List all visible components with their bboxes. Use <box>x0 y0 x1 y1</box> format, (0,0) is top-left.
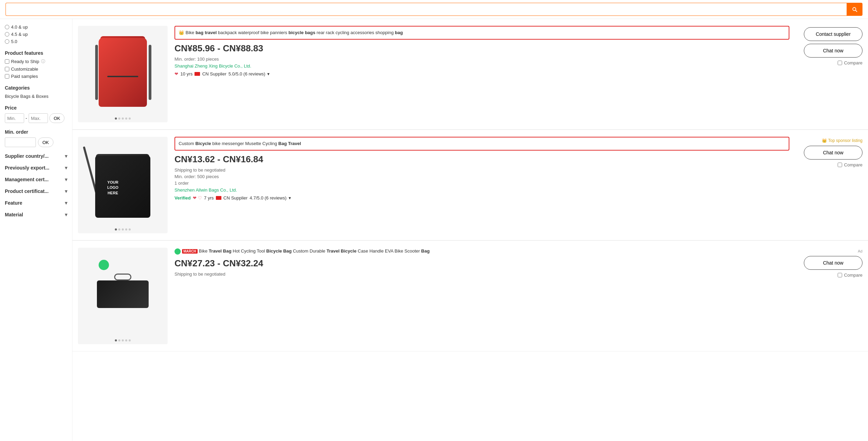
sidebar-collapsible-label-4: Feature <box>5 200 22 206</box>
image-dot-3[interactable] <box>125 339 127 341</box>
sidebar-feature-paid-samples[interactable]: Paid samples <box>5 74 67 79</box>
product-info: 👑Bike bag travel backpack waterproof bik… <box>174 26 794 122</box>
min-order-ok-button[interactable]: OK <box>38 137 53 147</box>
sidebar-collapsible-toggle-3[interactable]: Product certificat... ▾ <box>5 188 67 194</box>
rating-dropdown-icon[interactable]: ▾ <box>267 71 270 76</box>
image-dot-0[interactable] <box>115 228 117 230</box>
sidebar-collapsible-label-0: Supplier country/... <box>5 153 49 159</box>
sidebar-collapsible-toggle-5[interactable]: Material ▾ <box>5 212 67 217</box>
sidebar-collapsible-toggle-4[interactable]: Feature ▾ <box>5 200 67 206</box>
price-min-input[interactable] <box>5 113 24 123</box>
compare-label: Compare <box>844 60 862 65</box>
image-dot-4[interactable] <box>129 339 131 341</box>
sidebar-feature-customizable[interactable]: Customizable <box>5 66 67 72</box>
image-dot-1[interactable] <box>118 228 120 230</box>
sidebar-collapsible-toggle-0[interactable]: Supplier country/... ▾ <box>5 153 67 159</box>
compare-checkbox[interactable] <box>838 163 842 167</box>
main-layout: 4.0 & up 4.5 & up 5.0 Product features R… <box>0 19 868 441</box>
price-range-row: - OK <box>5 113 67 123</box>
compare-row[interactable]: Compare <box>838 162 862 167</box>
image-dots <box>115 339 131 341</box>
rating-4up-radio[interactable] <box>5 25 9 29</box>
sidebar-collapsible-3[interactable]: Product certificat... ▾ <box>5 188 67 194</box>
compare-row[interactable]: Compare <box>838 273 862 278</box>
price-max-input[interactable] <box>29 113 48 123</box>
sidebar-price-section: Price - OK <box>5 105 67 123</box>
supplier-info: Verified ❤ ♡ 7 yrs CN Supplier 4.7/5.0 (… <box>174 195 789 201</box>
min-order-input[interactable] <box>5 137 36 147</box>
product-actions: AdChat now Compare <box>794 248 862 344</box>
sidebar-collapsible-label-5: Material <box>5 212 23 217</box>
ready-to-ship-checkbox[interactable] <box>5 59 9 64</box>
product-image-wrap[interactable] <box>78 26 168 122</box>
search-button[interactable] <box>847 3 862 16</box>
image-dot-0[interactable] <box>115 339 117 341</box>
supplier-years: 10 yrs <box>180 71 192 76</box>
sidebar-collapsible-4[interactable]: Feature ▾ <box>5 200 67 206</box>
product-image-black-case <box>85 253 161 339</box>
crown-icon: 👑 <box>179 30 184 35</box>
sidebar-rating-5[interactable]: 5.0 <box>5 39 67 44</box>
chevron-down-icon: ▾ <box>65 165 67 171</box>
paid-samples-checkbox[interactable] <box>5 74 9 79</box>
product-card-0: 👑Bike bag travel backpack waterproof bik… <box>72 19 868 130</box>
compare-label: Compare <box>844 273 862 278</box>
product-image-wrap[interactable]: YOURLOGOHERE <box>78 137 168 233</box>
image-dot-1[interactable] <box>118 117 120 120</box>
compare-row[interactable]: Compare <box>838 60 862 65</box>
sidebar-price-title: Price <box>5 105 67 111</box>
product-title-box: Custom Bicycle bike messenger Musette Cy… <box>174 137 789 151</box>
chat-now-button[interactable]: Chat now <box>804 256 862 270</box>
search-input[interactable]: bicycle travel bag <box>6 3 847 16</box>
supplier-info: ❤ 10 yrs CN Supplier 5.0/5.0 (6 reviews)… <box>174 71 789 76</box>
image-dot-3[interactable] <box>125 117 127 120</box>
rating-45up-radio[interactable] <box>5 32 9 37</box>
compare-label: Compare <box>844 162 862 167</box>
image-dot-2[interactable] <box>122 339 124 341</box>
chat-now-button[interactable]: Chat now <box>804 44 862 58</box>
chevron-down-icon: ▾ <box>65 188 67 194</box>
sponsor-crown-icon: 👑 <box>822 138 827 143</box>
image-dot-4[interactable] <box>129 228 131 230</box>
content-area: 👑Bike bag travel backpack waterproof bik… <box>72 19 868 441</box>
image-dot-2[interactable] <box>122 117 124 120</box>
image-dot-3[interactable] <box>125 228 127 230</box>
sidebar-ratings-section: 4.0 & up 4.5 & up 5.0 <box>5 24 67 44</box>
rating-dropdown-icon[interactable]: ▾ <box>289 195 291 201</box>
heart-icon: ❤ ♡ <box>193 195 202 201</box>
sidebar-rating-45up[interactable]: 4.5 & up <box>5 32 67 37</box>
contact-supplier-button[interactable]: Contact supplier <box>804 27 862 41</box>
compare-checkbox[interactable] <box>838 273 842 277</box>
sidebar-rating-4up[interactable]: 4.0 & up <box>5 24 67 30</box>
sidebar-collapsible-5[interactable]: Material ▾ <box>5 212 67 217</box>
sidebar-collapsible-toggle-2[interactable]: Management cert... ▾ <box>5 177 67 182</box>
chat-now-button[interactable]: Chat now <box>804 146 862 160</box>
image-dot-0[interactable] <box>115 117 117 120</box>
sidebar: 4.0 & up 4.5 & up 5.0 Product features R… <box>0 19 72 441</box>
sidebar-category-link[interactable]: Bicycle Bags & Boxes <box>5 94 48 99</box>
compare-checkbox[interactable] <box>838 61 842 65</box>
sidebar-collapsible-toggle-1[interactable]: Previously export... ▾ <box>5 165 67 171</box>
heart-icon: ❤ <box>174 71 178 76</box>
sidebar-min-order-title: Min. order <box>5 129 67 135</box>
rating-5-radio[interactable] <box>5 39 9 44</box>
supplier-link[interactable]: Shanghai Zheng Xing Bicycle Co., Ltd. <box>174 63 251 69</box>
customizable-checkbox[interactable] <box>5 67 9 71</box>
sidebar-collapsible-0[interactable]: Supplier country/... ▾ <box>5 153 67 159</box>
sidebar-categories-section: Categories Bicycle Bags & Boxes <box>5 85 67 99</box>
product-min-order: Min. order: 100 pieces <box>174 57 789 62</box>
image-dot-4[interactable] <box>129 117 131 120</box>
supplier-link[interactable]: Shenzhen Allwin Bags Co., Ltd. <box>174 187 237 193</box>
supplier-country: CN Supplier <box>202 71 226 76</box>
sidebar-feature-ready[interactable]: Ready to Ship ⓘ <box>5 59 67 64</box>
product-image-wrap[interactable] <box>78 248 168 344</box>
image-dot-2[interactable] <box>122 228 124 230</box>
sidebar-collapsible-2[interactable]: Management cert... ▾ <box>5 177 67 182</box>
image-dot-1[interactable] <box>118 339 120 341</box>
top-sponsor-label: 👑Top sponsor listing <box>822 138 862 143</box>
price-ok-button[interactable]: OK <box>49 113 65 123</box>
image-dots <box>115 117 131 120</box>
product-info: Custom Bicycle bike messenger Musette Cy… <box>174 137 794 233</box>
sidebar-collapsible-1[interactable]: Previously export... ▾ <box>5 165 67 171</box>
march-badge: MARCH <box>182 249 198 254</box>
